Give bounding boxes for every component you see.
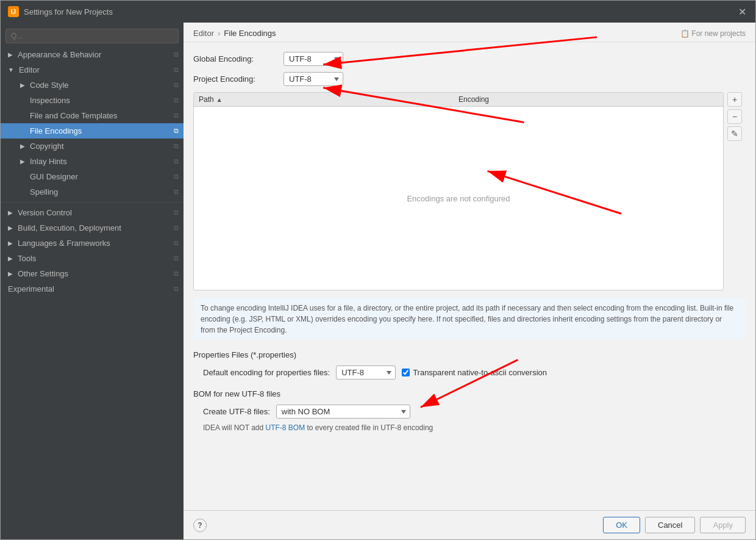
expand-arrow-other-settings: ▶ xyxy=(8,270,13,277)
copy-icon-tools: ⧉ xyxy=(174,254,179,262)
bom-section: BOM for new UTF-8 files Create UTF-8 fil… xyxy=(193,389,746,432)
expand-arrow-appearance: ▶ xyxy=(8,51,13,58)
sidebar-item-inspections[interactable]: Inspections ⧉ xyxy=(1,93,184,108)
transparent-conversion-label[interactable]: Transparent native-to-ascii conversion xyxy=(402,368,547,377)
global-encoding-row: Global Encoding: UTF-8 UTF-16 ISO-8859-1 xyxy=(193,52,746,66)
info-text: To change encoding IntelliJ IDEA uses fo… xyxy=(193,298,746,340)
path-encoding-table-wrapper: Path ▲ Encoding Encodings are not config… xyxy=(193,92,724,290)
copy-icon-inlay-hints: ⧉ xyxy=(174,157,179,165)
sidebar-label-inlay-hints: Inlay Hints xyxy=(30,157,67,166)
expand-arrow-version-control: ▶ xyxy=(8,209,13,216)
copy-icon-copyright: ⧉ xyxy=(174,142,179,150)
global-encoding-label: Global Encoding: xyxy=(193,54,279,63)
encoding-column-header: Encoding xyxy=(458,95,718,104)
bom-section-title: BOM for new UTF-8 files xyxy=(193,389,746,398)
expand-arrow-build-exec-deploy: ▶ xyxy=(8,225,13,231)
remove-path-button[interactable]: − xyxy=(727,109,742,124)
sidebar-item-code-style[interactable]: ▶ Code Style ⧉ xyxy=(1,77,184,93)
settings-dialog: IJ Settings for New Projects ✕ ▶ Appeara… xyxy=(0,0,756,540)
table-empty-message: Encodings are not configured xyxy=(194,107,723,290)
sidebar-label-experimental: Experimental xyxy=(8,284,54,293)
expand-arrow-copyright: ▶ xyxy=(20,143,25,149)
sidebar-item-languages-frameworks[interactable]: ▶ Languages & Frameworks ⧉ xyxy=(1,236,184,251)
bom-row: Create UTF-8 files: with NO BOM with BOM… xyxy=(193,405,746,419)
sidebar-item-inlay-hints[interactable]: ▶ Inlay Hints ⧉ xyxy=(1,154,184,169)
sidebar-item-spelling[interactable]: Spelling ⧉ xyxy=(1,184,184,200)
properties-row: Default encoding for properties files: U… xyxy=(193,365,746,380)
help-button[interactable]: ? xyxy=(193,519,207,532)
breadcrumb-parent: Editor xyxy=(193,29,214,38)
panel-content: Global Encoding: UTF-8 UTF-16 ISO-8859-1… xyxy=(184,42,755,510)
sidebar-label-tools: Tools xyxy=(18,254,36,263)
sidebar-item-file-encodings[interactable]: File Encodings ⧉ xyxy=(1,123,184,139)
apply-button[interactable]: Apply xyxy=(700,517,746,533)
sidebar-label-file-encodings: File Encodings xyxy=(30,126,82,135)
bottom-right: OK Cancel Apply xyxy=(603,517,746,533)
title-bar-left: IJ Settings for New Projects xyxy=(8,6,113,17)
copy-icon-editor: ⧉ xyxy=(174,66,179,74)
sidebar-label-copyright: Copyright xyxy=(30,142,64,151)
expand-arrow-tools: ▶ xyxy=(8,255,13,262)
edit-path-button[interactable]: ✎ xyxy=(727,126,742,141)
sidebar-item-version-control[interactable]: ▶ Version Control ⧉ xyxy=(1,205,184,220)
sidebar-label-inspections: Inspections xyxy=(30,96,70,105)
sidebar-item-editor[interactable]: ▼ Editor ⧉ xyxy=(1,62,184,77)
sidebar-label-spelling: Spelling xyxy=(30,187,58,196)
bottom-bar: ? OK Cancel Apply xyxy=(184,510,755,539)
ok-button[interactable]: OK xyxy=(603,517,640,533)
sidebar-item-experimental[interactable]: Experimental ⧉ xyxy=(1,281,184,297)
bom-option-select[interactable]: with NO BOM with BOM with BOM if needed xyxy=(276,405,410,419)
sidebar-item-other-settings[interactable]: ▶ Other Settings ⧉ xyxy=(1,266,184,281)
expand-arrow-editor: ▼ xyxy=(8,67,14,73)
sidebar-item-copyright[interactable]: ▶ Copyright ⧉ xyxy=(1,139,184,154)
sidebar-label-other-settings: Other Settings xyxy=(18,269,68,278)
cancel-button[interactable]: Cancel xyxy=(645,517,695,533)
sidebar-item-file-code-templates[interactable]: File and Code Templates ⧉ xyxy=(1,108,184,123)
sidebar-label-file-code-templates: File and Code Templates xyxy=(30,111,118,120)
copy-icon-gui-designer: ⧉ xyxy=(174,173,179,181)
project-encoding-select[interactable]: UTF-8 UTF-16 ISO-8859-1 xyxy=(284,72,343,86)
divider-1 xyxy=(1,202,184,203)
table-actions: + − ✎ xyxy=(727,92,742,141)
path-encoding-table: Path ▲ Encoding Encodings are not config… xyxy=(193,92,724,290)
path-column-header: Path ▲ xyxy=(199,95,458,104)
copy-icon-build-exec-deploy: ⧉ xyxy=(174,224,179,232)
copy-icon-file-code-templates: ⧉ xyxy=(174,112,179,120)
properties-encoding-select[interactable]: UTF-8 UTF-16 ISO-8859-1 xyxy=(336,365,396,380)
expand-arrow-languages-frameworks: ▶ xyxy=(8,240,13,247)
copy-icon-file-encodings: ⧉ xyxy=(174,127,179,135)
breadcrumb: Editor › File Encodings 📋 For new projec… xyxy=(184,23,755,42)
table-header: Path ▲ Encoding xyxy=(194,93,723,107)
add-path-button[interactable]: + xyxy=(727,92,742,107)
breadcrumb-current: File Encodings xyxy=(224,29,276,38)
right-panel: Editor › File Encodings 📋 For new projec… xyxy=(184,23,755,539)
sidebar-label-languages-frameworks: Languages & Frameworks xyxy=(18,239,110,248)
copy-icon-other-settings: ⧉ xyxy=(174,270,179,278)
sidebar-item-gui-designer[interactable]: GUI Designer ⧉ xyxy=(1,169,184,184)
properties-section-title: Properties Files (*.properties) xyxy=(193,350,746,359)
copy-icon-languages-frameworks: ⧉ xyxy=(174,239,179,247)
copy-icon-experimental: ⧉ xyxy=(174,285,179,293)
sidebar-label-editor: Editor xyxy=(19,65,40,74)
dialog-title: Settings for New Projects xyxy=(24,7,113,16)
copy-icon-code-style: ⧉ xyxy=(174,81,179,89)
close-button[interactable]: ✕ xyxy=(736,5,748,18)
sidebar-label-appearance: Appearance & Behavior xyxy=(18,50,101,59)
breadcrumb-new-projects: 📋 For new projects xyxy=(680,29,746,38)
sidebar: ▶ Appearance & Behavior ⧉ ▼ Editor ⧉ ▶ C… xyxy=(1,23,184,539)
sidebar-label-gui-designer: GUI Designer xyxy=(30,172,78,181)
expand-arrow-code-style: ▶ xyxy=(20,82,25,88)
search-input[interactable] xyxy=(5,29,179,43)
transparent-conversion-checkbox[interactable] xyxy=(402,369,410,376)
copy-icon-version-control: ⧉ xyxy=(174,209,179,217)
project-encoding-row: Project Encoding: UTF-8 UTF-16 ISO-8859-… xyxy=(193,72,746,86)
copy-icon-appearance: ⧉ xyxy=(174,51,179,59)
bottom-left: ? xyxy=(193,519,207,532)
sidebar-item-tools[interactable]: ▶ Tools ⧉ xyxy=(1,251,184,266)
utf8-bom-link[interactable]: UTF-8 BOM xyxy=(265,423,305,432)
expand-arrow-inlay-hints: ▶ xyxy=(20,158,25,165)
global-encoding-select[interactable]: UTF-8 UTF-16 ISO-8859-1 xyxy=(284,52,343,66)
sidebar-item-appearance[interactable]: ▶ Appearance & Behavior ⧉ xyxy=(1,47,184,62)
app-icon: IJ xyxy=(8,6,19,17)
sidebar-item-build-exec-deploy[interactable]: ▶ Build, Execution, Deployment ⧉ xyxy=(1,220,184,236)
